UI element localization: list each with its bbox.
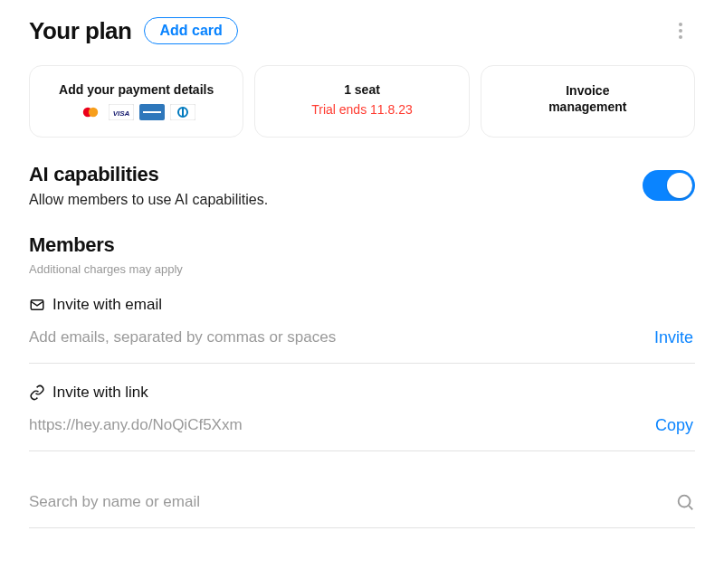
invite-link-block: Invite with link https://hey.any.do/NoQi… <box>29 384 695 451</box>
svg-text:VISA: VISA <box>112 109 129 118</box>
members-search-input[interactable] <box>29 488 668 517</box>
svg-line-12 <box>689 506 692 509</box>
svg-rect-9 <box>182 108 184 117</box>
header: Your plan Add card <box>29 16 695 45</box>
payment-details-title: Add your payment details <box>37 82 235 97</box>
more-options-button[interactable] <box>666 16 695 45</box>
ai-toggle[interactable] <box>643 170 695 201</box>
invoice-management-card[interactable]: Invoice management <box>481 65 695 138</box>
copy-link-button[interactable]: Copy <box>653 413 695 439</box>
svg-rect-6 <box>143 111 161 113</box>
toggle-knob <box>667 173 692 198</box>
invite-link-label: Invite with link <box>52 384 148 402</box>
plan-cards-row: Add your payment details VISA 1 seat Tri… <box>29 65 695 138</box>
invite-link-url: https://hey.any.do/NoQiCf5Xxm <box>29 411 646 440</box>
invite-email-label-row: Invite with email <box>29 296 695 314</box>
seats-title: 1 seat <box>262 82 461 97</box>
page-title: Your plan <box>29 17 131 45</box>
svg-point-11 <box>679 496 691 507</box>
members-search-block <box>29 488 695 528</box>
email-icon <box>29 297 45 313</box>
invoice-title-line2: management <box>489 99 687 115</box>
link-icon <box>29 384 45 401</box>
members-heading: Members <box>29 233 695 257</box>
amex-icon <box>139 104 165 120</box>
payment-method-icons: VISA <box>37 104 235 120</box>
more-icon <box>679 23 682 39</box>
invite-email-input[interactable] <box>29 323 645 352</box>
invite-email-block: Invite with email Invite <box>29 296 695 364</box>
diners-icon <box>170 104 195 120</box>
invite-link-label-row: Invite with link <box>29 384 695 402</box>
invite-email-label: Invite with email <box>52 296 162 314</box>
payment-details-card[interactable]: Add your payment details VISA <box>29 65 243 138</box>
search-icon <box>675 492 695 512</box>
members-section: Members Additional charges may apply Inv… <box>29 233 695 528</box>
add-card-button[interactable]: Add card <box>144 17 237 44</box>
ai-section: AI capabilities Allow members to use AI … <box>29 163 695 208</box>
ai-heading: AI capabilities <box>29 163 268 186</box>
ai-description: Allow members to use AI capabilities. <box>29 192 268 208</box>
members-hint: Additional charges may apply <box>29 262 695 276</box>
invite-button[interactable]: Invite <box>653 325 695 351</box>
mastercard-icon <box>78 104 103 120</box>
visa-icon: VISA <box>109 104 134 120</box>
invoice-title-line1: Invoice <box>489 82 687 99</box>
svg-point-2 <box>88 108 97 117</box>
seats-card[interactable]: 1 seat Trial ends 11.8.23 <box>254 65 469 138</box>
trial-end-text: Trial ends 11.8.23 <box>262 102 461 117</box>
